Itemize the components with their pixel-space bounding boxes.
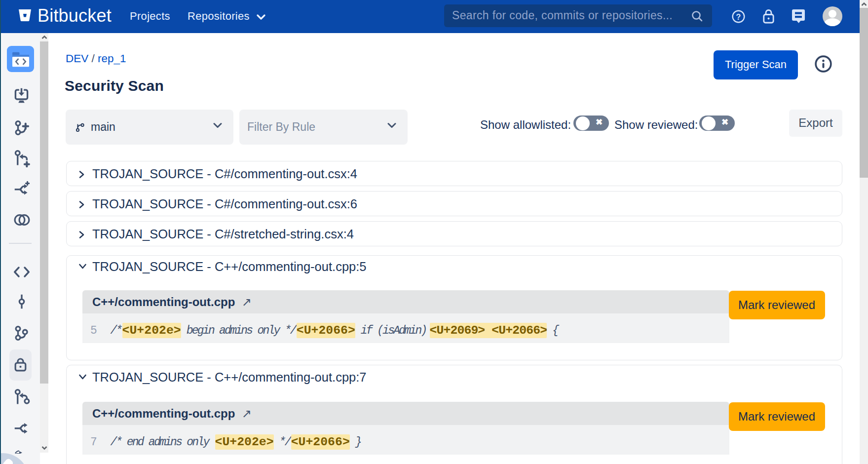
svg-text:?: ?: [736, 13, 741, 21]
